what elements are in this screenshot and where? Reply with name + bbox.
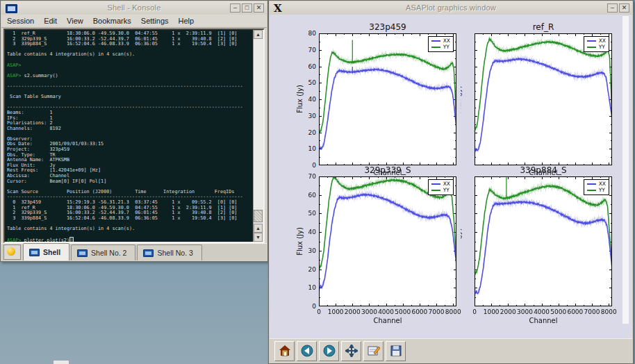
subplot-ref-r: ref_RChannelFlux (Jy)XXYY — [475, 33, 612, 165]
konsole-tabbar: ShellShell No. 2Shell No. 3 — [1, 243, 267, 260]
ytick-label: 20 — [301, 266, 316, 273]
terminal-icon — [143, 249, 154, 257]
tab-shell[interactable]: Shell — [23, 243, 69, 260]
plot-canvas[interactable] — [319, 176, 456, 306]
terminal-frame: 1 ref_R 18:30:06.0 -49.59.30.0 04:47:55 … — [3, 28, 265, 243]
plot-canvas[interactable] — [475, 33, 612, 165]
legend-line-swatch — [587, 190, 596, 191]
legend-line-swatch — [431, 40, 440, 42]
legend-entry: YY — [587, 187, 606, 193]
asaplot-window-title: ASAPlot graphics window — [270, 3, 632, 12]
konsole-window: Shell - Konsole – □ ✕ SessionEditViewBoo… — [0, 0, 268, 262]
asap-prompt: ASAP> — [7, 238, 21, 242]
ytick-label: 20 — [301, 129, 316, 136]
legend-line-swatch — [587, 183, 596, 185]
yaxis-label: Flux (Jy) — [296, 220, 304, 262]
ytick-label: 40 — [301, 96, 316, 103]
menu-item-session[interactable]: Session — [7, 17, 34, 25]
ytick-label: 10 — [301, 284, 316, 291]
ytick-label: 60 — [301, 63, 316, 70]
back-button[interactable] — [297, 341, 317, 361]
save-button[interactable] — [386, 341, 406, 361]
legend-label: XX — [443, 38, 450, 44]
close-button[interactable]: ✕ — [619, 3, 629, 13]
legend: XXYY — [584, 179, 609, 195]
terminal-line: Table contains 4 integration(s) in 4 sca… — [7, 226, 252, 232]
asaplot-titlebar[interactable]: X ASAPlot graphics window – ✕ — [270, 1, 632, 15]
terminal-line — [7, 232, 252, 238]
minimize-button[interactable]: – — [607, 3, 618, 13]
terminal-line: 3 339p884_S 16:52:04.6 -46.08.33.9 06:36… — [7, 42, 252, 47]
terminal-line: Table contains 4 integration(s) in 4 sca… — [7, 52, 252, 58]
ytick-label: 70 — [301, 173, 316, 180]
yaxis-label-clipped: Flux (Jy) — [461, 228, 462, 256]
terminal-icon — [77, 249, 88, 257]
legend-label: YY — [599, 44, 605, 50]
scroll-up2-icon[interactable]: ▲ — [254, 224, 263, 233]
tab-label: Shell — [43, 248, 60, 256]
ytick-label: 30 — [301, 113, 316, 119]
terminal-line: ASAP> — [7, 63, 252, 69]
taskbar-sliver[interactable] — [53, 360, 69, 364]
close-button[interactable]: ✕ — [254, 3, 264, 13]
subplot-title: 323p459 — [319, 22, 456, 32]
xtick-label: 8000 — [596, 308, 621, 315]
legend: XXYY — [428, 179, 454, 195]
xaxis-label: Channel — [319, 317, 456, 324]
home-button[interactable] — [274, 341, 295, 361]
legend-label: XX — [599, 38, 606, 44]
terminal-line: ----------------------------------------… — [7, 84, 252, 90]
legend-entry: XX — [587, 181, 606, 187]
menu-item-edit[interactable]: Edit — [44, 17, 57, 25]
ytick-label: 40 — [301, 229, 316, 235]
new-session-button[interactable] — [3, 245, 21, 260]
menu-item-help[interactable]: Help — [179, 17, 195, 25]
tab-shell-no-2[interactable]: Shell No. 2 — [71, 245, 135, 260]
legend-entry: YY — [431, 187, 450, 193]
maximize-button[interactable]: □ — [242, 3, 252, 13]
ytick-label: 80 — [301, 30, 316, 37]
pan-button[interactable] — [341, 341, 361, 361]
konsole-titlebar[interactable]: Shell - Konsole – □ ✕ — [1, 1, 267, 15]
scroll-down-icon[interactable]: ▼ — [254, 233, 263, 242]
back-icon — [301, 345, 313, 357]
minimize-button[interactable]: – — [230, 3, 240, 13]
subplot-title: 339p884_S — [475, 165, 612, 175]
legend-line-swatch — [431, 190, 440, 191]
subplots-button[interactable] — [363, 341, 384, 361]
legend-line-swatch — [431, 183, 440, 185]
new-session-icon — [7, 247, 15, 256]
terminal-output[interactable]: 1 ref_R 18:30:06.0 -49.59.30.0 04:47:55 … — [7, 31, 252, 242]
legend-entry: XX — [431, 181, 450, 187]
legend-entry: XX — [587, 38, 606, 44]
asaplot-window: X ASAPlot graphics window – ✕ 323p459Cha… — [268, 0, 634, 364]
tab-shell-no-3[interactable]: Shell No. 3 — [137, 245, 201, 260]
legend-label: XX — [599, 181, 606, 187]
scroll-up-icon[interactable]: ▲ — [254, 30, 263, 39]
menu-item-bookmarks[interactable]: Bookmarks — [93, 17, 131, 25]
xaxis-label: Channel — [475, 317, 612, 324]
figure-canvas: 323p459ChannelFlux (Jy)01020304050607080… — [270, 15, 632, 363]
ytick-label: 0 — [301, 162, 316, 169]
legend-line-swatch — [587, 40, 596, 42]
plot-canvas[interactable] — [319, 33, 456, 165]
terminal-line: 3 339p884_S 16:52:04.6 -46.08.33.9 06:36… — [7, 216, 252, 222]
subplot-339p884-s: 339p884_SFlux (Jy)0100020003000400050006… — [475, 176, 612, 306]
plot-canvas[interactable] — [475, 176, 612, 306]
menu-item-settings[interactable]: Settings — [141, 17, 169, 25]
subplot-title: ref_R — [475, 22, 612, 32]
menu-item-view[interactable]: View — [67, 17, 83, 25]
legend: XXYY — [428, 36, 454, 52]
konsole-menubar: SessionEditViewBookmarksSettingsHelp — [1, 15, 267, 28]
forward-button[interactable] — [319, 341, 339, 361]
terminal-scrollbar[interactable]: ▲ ▲ ▼ — [253, 30, 263, 242]
save-icon — [390, 345, 402, 357]
ytick-label: 10 — [301, 145, 316, 152]
legend-line-swatch — [587, 47, 596, 48]
desktop: { "colors": { "terminal_bg": "#0d2021", … — [0, 0, 635, 364]
scrollbar-thumb[interactable] — [254, 210, 263, 222]
terminal-line: ASAP> s2.summary() — [7, 74, 252, 79]
plot-toolbar — [270, 338, 632, 363]
home-icon — [279, 345, 291, 357]
terminal-line: Channels: 8192 — [7, 126, 252, 132]
